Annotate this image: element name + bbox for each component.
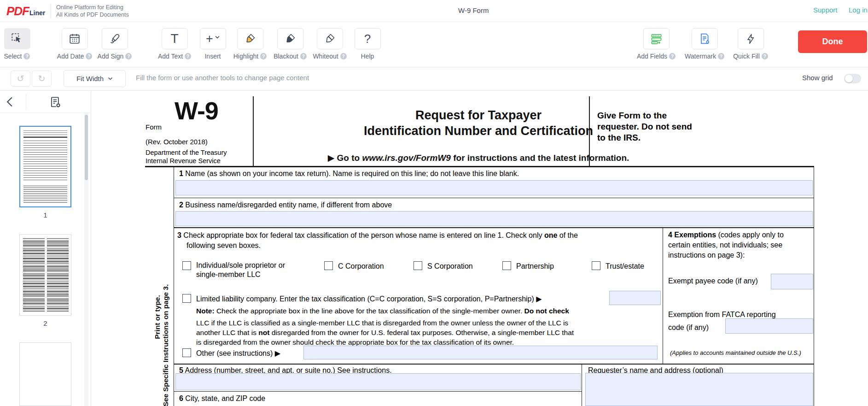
checkbox-s-corporation[interactable] [414, 261, 422, 270]
option-s-corporation: S Corporation [427, 262, 473, 271]
redo-button[interactable]: ↻ [32, 71, 52, 87]
chevron-down-icon [215, 35, 220, 39]
sidebar-scrollbar[interactable] [84, 113, 88, 406]
thumbnail-content [23, 130, 67, 138]
help-badge-icon[interactable]: ? [23, 53, 30, 59]
sub-toolbar: ↺ ↻ Fit Width Fill the form or use anoth… [0, 68, 868, 91]
page-thumbnail-1[interactable] [19, 126, 71, 207]
sidebar-header [0, 91, 91, 113]
checkbox-individual[interactable] [182, 261, 191, 270]
exempt-payee-label: Exempt payee code (if any) [668, 277, 758, 285]
insert-plus-icon[interactable]: + [200, 28, 226, 49]
editor-hint-text: Fill the form or use another tools to ch… [136, 74, 309, 82]
exempt-payee-code-field[interactable] [771, 274, 813, 289]
add-fields-icon[interactable] [643, 28, 670, 49]
tagline-line2: All Kinds of PDF Documents [56, 11, 129, 18]
tool-quick-fill[interactable]: Quick Fill? [728, 28, 773, 60]
fatca-code-field[interactable] [725, 318, 813, 334]
checkbox-trust-estate[interactable] [592, 261, 600, 270]
line2-label: 2 Business name/disregarded entity name,… [179, 201, 392, 209]
select-cursor-icon[interactable] [4, 28, 30, 49]
checkbox-partnership[interactable] [502, 261, 511, 270]
applies-note: (Applies to accounts maintained outside … [670, 349, 801, 356]
help-badge-icon[interactable]: ? [86, 53, 92, 59]
login-link[interactable]: Log in [849, 6, 868, 14]
toggle-knob [845, 75, 853, 82]
name-field[interactable] [175, 180, 813, 195]
content-area: 1 2 Form W-9 (Rev. October 2018) Departm… [0, 91, 868, 406]
help-badge-icon[interactable]: ? [185, 53, 191, 59]
form-right-border [814, 166, 814, 406]
help-badge-icon[interactable]: ? [669, 53, 676, 59]
tool-watermark[interactable]: Watermark? [682, 28, 727, 60]
page-number-1: 1 [19, 211, 71, 219]
fatca-label-line1: Exemption from FATCA reporting [668, 311, 776, 319]
tool-label: Insert [204, 53, 221, 60]
line1-label: 1 Name (as shown on your income tax retu… [179, 170, 519, 178]
tool-highlight[interactable]: Highlight? [228, 28, 272, 60]
watermark-icon[interactable] [692, 28, 718, 49]
tool-label: Watermark [685, 53, 716, 60]
chevron-down-icon [108, 77, 113, 80]
lightning-bolt-icon[interactable] [738, 28, 764, 49]
tool-add-date[interactable]: Add Date? [52, 28, 97, 60]
line3-label-line2: following seven boxes. [186, 241, 261, 250]
highlight-brush-icon[interactable] [237, 28, 263, 49]
support-link[interactable]: Support [813, 6, 838, 14]
calendar-icon[interactable] [62, 28, 88, 49]
help-badge-icon[interactable]: ? [762, 53, 768, 59]
line6-label: 6 City, state, and ZIP code [179, 394, 265, 403]
help-badge-icon[interactable]: ? [718, 53, 724, 59]
help-badge-icon[interactable]: ? [125, 53, 132, 59]
show-grid-toggle[interactable] [844, 74, 861, 83]
option-c-corporation: C Corporation [338, 262, 384, 271]
tool-add-fields[interactable]: Add Fields? [634, 28, 678, 60]
help-question-icon[interactable]: ? [355, 28, 381, 49]
done-button[interactable]: Done [798, 30, 867, 53]
checkbox-llc[interactable] [182, 294, 191, 303]
tool-label: Whiteout [313, 53, 338, 60]
pages-sidebar: 1 2 [0, 91, 91, 406]
help-badge-icon[interactable]: ? [260, 53, 267, 59]
requester-name-address-field[interactable] [585, 373, 813, 406]
scrollbar-thumb[interactable] [85, 115, 88, 180]
tool-select[interactable]: Select? [0, 28, 39, 60]
give-form-note: Give Form to the requester. Do not send … [597, 110, 694, 143]
header-bottom-rule [145, 166, 814, 167]
option-partnership: Partnership [516, 262, 554, 271]
other-description-field[interactable] [303, 346, 658, 359]
checkbox-c-corporation[interactable] [324, 261, 333, 270]
section3-4-divider [663, 227, 663, 364]
page-number-2: 2 [19, 319, 71, 327]
app-header: PDFLiner Online Platform for Editing All… [0, 0, 868, 22]
zoom-mode-select[interactable]: Fit Width [64, 70, 126, 87]
blackout-brush-icon[interactable] [277, 28, 303, 49]
tool-help[interactable]: ? Help [345, 28, 390, 60]
tool-add-text[interactable]: T Add Text? [152, 28, 197, 60]
tool-label: Add Text [158, 53, 183, 60]
page-thumbnail-3[interactable] [19, 342, 71, 406]
other-label: Other (see instructions) ▶ [196, 349, 280, 358]
business-name-field[interactable] [175, 211, 813, 226]
whiteout-brush-icon[interactable] [317, 28, 343, 49]
zoom-mode-value: Fit Width [76, 75, 104, 82]
form-name: W-9 [175, 96, 218, 125]
collapse-sidebar-icon[interactable] [6, 96, 14, 107]
s4-label-line1: 4 Exemptions (codes apply only to [668, 231, 784, 239]
llc-classification-field[interactable] [609, 291, 661, 305]
tool-add-sign[interactable]: Add Sign? [93, 28, 137, 60]
page-thumbnail-2[interactable] [19, 234, 71, 316]
checkbox-other[interactable] [182, 348, 191, 357]
header-divider-left [253, 96, 254, 166]
undo-button[interactable]: ↺ [11, 71, 30, 87]
help-badge-icon[interactable]: ? [300, 53, 307, 59]
s4-label-line3: instructions on page 3): [668, 251, 745, 259]
tool-blackout[interactable]: Blackout? [268, 28, 312, 60]
llc-note-line2: LLC if the LLC is classified as a single… [196, 319, 568, 327]
s4-label-line2: certain entities, not individuals; see [668, 241, 782, 249]
text-tool-icon[interactable]: T [162, 28, 188, 49]
pdfliner-logo[interactable]: PDFLiner [6, 4, 45, 18]
page-settings-icon[interactable] [48, 95, 62, 109]
address-field[interactable] [175, 373, 581, 390]
signature-pen-icon[interactable] [102, 28, 128, 49]
